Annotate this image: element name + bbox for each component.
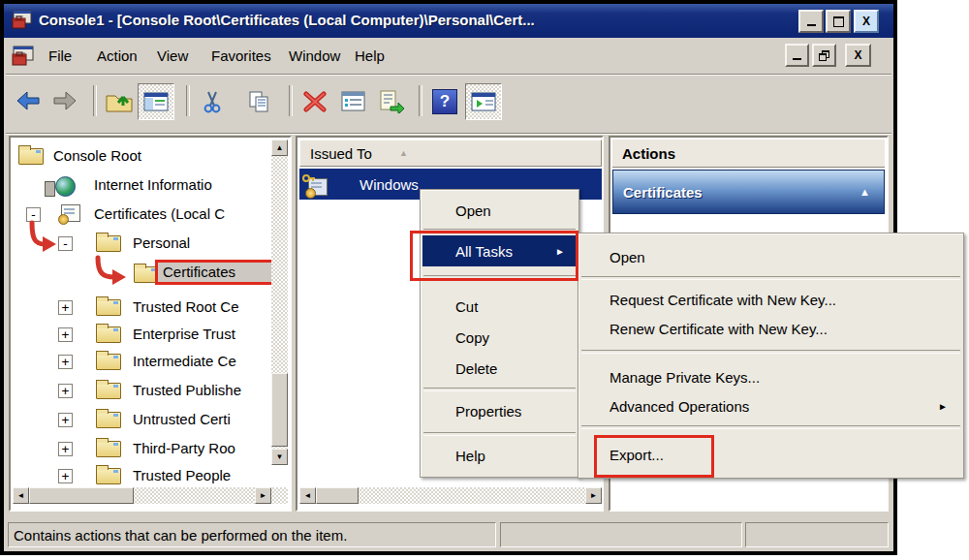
- tree-item-third-party[interactable]: + Third-Party Roo: [11, 436, 292, 463]
- menu-separator: [581, 425, 960, 429]
- actions-group-title: Certificates: [613, 184, 703, 201]
- expand-toggle-icon[interactable]: +: [58, 300, 73, 315]
- expand-toggle-icon[interactable]: +: [58, 355, 73, 369]
- scroll-right-button[interactable]: ►: [585, 487, 602, 504]
- copy-icon: [247, 90, 270, 113]
- scroll-up-button[interactable]: ▲: [271, 140, 288, 156]
- menu-file[interactable]: File: [39, 45, 81, 67]
- tree-item-label: Trusted Root Ce: [133, 298, 239, 315]
- maximize-button[interactable]: [826, 10, 851, 33]
- menu-item-label: Manage Private Keys...: [580, 369, 760, 386]
- tree-item-label: Untrusted Certi: [133, 411, 231, 427]
- scroll-left-button[interactable]: ◄: [299, 487, 316, 504]
- submenu-item-manage-private-keys[interactable]: Manage Private Keys...: [580, 361, 961, 392]
- submenu-item-request-certificate[interactable]: Request Certificate with New Key...: [580, 284, 961, 315]
- tree-item-enterprise-trust[interactable]: + Enterprise Trust: [11, 322, 292, 349]
- show-console-tree-button[interactable]: [138, 83, 174, 120]
- tree-item-trusted-people[interactable]: + Trusted People: [11, 463, 292, 490]
- menu-view[interactable]: View: [147, 45, 198, 67]
- tree-item-internet-information[interactable]: Internet Informatio: [11, 172, 292, 200]
- title-bar[interactable]: Console1 - [Console Root\Certificates (L…: [4, 4, 893, 38]
- close-button[interactable]: X: [854, 10, 879, 33]
- minimize-icon: [807, 16, 816, 26]
- menu-window[interactable]: Window: [279, 45, 350, 67]
- context-menu-item-open[interactable]: Open: [422, 195, 577, 226]
- tree-item-trusted-root[interactable]: + Trusted Root Ce: [11, 295, 292, 322]
- submenu-item-open[interactable]: Open: [580, 241, 961, 272]
- annotation-box-all-tasks: [410, 231, 578, 281]
- list-item-label: Windows: [323, 176, 419, 193]
- tree-item-untrusted[interactable]: + Untrusted Certi: [11, 407, 292, 434]
- show-action-pane-button[interactable]: [465, 83, 502, 120]
- tree-item-label: Trusted Publishe: [133, 382, 241, 398]
- status-text: Contains actions that can be performed o…: [9, 527, 347, 544]
- expand-toggle-icon[interactable]: +: [58, 442, 73, 456]
- menu-item-label: Properties: [422, 403, 521, 420]
- tree-item-personal[interactable]: - Personal: [11, 231, 292, 258]
- collapse-group-icon[interactable]: ▲: [860, 186, 870, 198]
- maximize-icon: [833, 16, 844, 27]
- submenu-item-advanced-operations[interactable]: Advanced Operations ►: [580, 390, 961, 421]
- cut-icon: [201, 90, 224, 113]
- menu-separator: [581, 276, 960, 280]
- context-menu-item-properties[interactable]: Properties: [422, 395, 577, 426]
- tree-item-certificates-selected[interactable]: Certificates: [11, 258, 292, 293]
- submenu-item-renew-certificate[interactable]: Renew Certificate with New Key...: [580, 313, 961, 344]
- help-button[interactable]: ?: [426, 83, 463, 120]
- child-restore-button[interactable]: [812, 44, 836, 67]
- help-icon: ?: [432, 89, 457, 114]
- list-hscroll-thumb[interactable]: [316, 487, 359, 504]
- expand-toggle-icon[interactable]: +: [58, 384, 73, 398]
- expand-toggle-icon[interactable]: +: [58, 327, 73, 342]
- collapse-toggle-icon[interactable]: -: [26, 207, 41, 222]
- cut-button[interactable]: [194, 83, 231, 120]
- tree-item-label: Personal: [133, 234, 190, 251]
- scroll-right-button[interactable]: ►: [255, 487, 271, 504]
- properties-button[interactable]: [335, 83, 372, 120]
- context-menu-item-help[interactable]: Help: [422, 440, 577, 471]
- menu-item-label: Open: [422, 202, 491, 219]
- export-list-icon: [379, 90, 406, 113]
- mmc-app-icon: [12, 10, 33, 31]
- menu-item-label: Request Certificate with New Key...: [580, 292, 836, 308]
- actions-pane-title: Actions: [612, 145, 675, 162]
- toolbar-separator: [93, 85, 97, 116]
- status-empty-pane: [500, 522, 742, 547]
- export-list-button[interactable]: [374, 83, 411, 120]
- tree-item-certificates-local[interactable]: - Certificates (Local C: [11, 202, 292, 229]
- tree-item-console-root[interactable]: Console Root: [11, 143, 292, 171]
- context-menu-item-cut[interactable]: Cut: [422, 291, 577, 322]
- actions-pane-header: Actions: [612, 140, 885, 168]
- scroll-down-button[interactable]: ▼: [271, 449, 288, 465]
- copy-button[interactable]: [240, 83, 277, 120]
- column-header-issued-to[interactable]: Issued To ▲: [299, 140, 602, 167]
- expand-toggle-icon[interactable]: +: [58, 469, 73, 483]
- status-message-pane: Contains actions that can be performed o…: [8, 522, 496, 547]
- forward-button[interactable]: [47, 83, 83, 120]
- menu-action[interactable]: Action: [87, 45, 147, 67]
- folder-icon: [96, 383, 121, 399]
- toolbar: ?: [4, 76, 893, 134]
- scroll-left-button[interactable]: ◄: [13, 487, 29, 504]
- tree-item-trusted-publishers[interactable]: + Trusted Publishe: [11, 378, 292, 405]
- child-close-icon: X: [854, 48, 861, 62]
- child-close-button[interactable]: X: [845, 44, 871, 67]
- tree-vscroll-thumb[interactable]: [271, 373, 288, 447]
- minimize-button[interactable]: [798, 10, 824, 33]
- tree-hscroll-thumb[interactable]: [29, 487, 134, 504]
- menu-favorites[interactable]: Favorites: [202, 45, 281, 67]
- folder-icon: [96, 354, 121, 370]
- context-menu-item-copy[interactable]: Copy: [422, 322, 577, 353]
- back-button[interactable]: [10, 83, 47, 120]
- up-one-level-button[interactable]: [101, 83, 138, 120]
- column-header-label: Issued To: [300, 145, 372, 162]
- delete-button[interactable]: [297, 83, 333, 120]
- menu-help[interactable]: Help: [345, 45, 394, 67]
- child-minimize-button[interactable]: [785, 44, 809, 67]
- context-menu-item-delete[interactable]: Delete: [422, 353, 577, 384]
- submenu-arrow-icon: ►: [938, 401, 948, 412]
- tree-item-intermediate[interactable]: + Intermediate Ce: [11, 349, 292, 376]
- actions-group-certificates[interactable]: Certificates ▲: [612, 170, 885, 214]
- collapse-toggle-icon[interactable]: -: [58, 236, 73, 251]
- expand-toggle-icon[interactable]: +: [58, 413, 73, 427]
